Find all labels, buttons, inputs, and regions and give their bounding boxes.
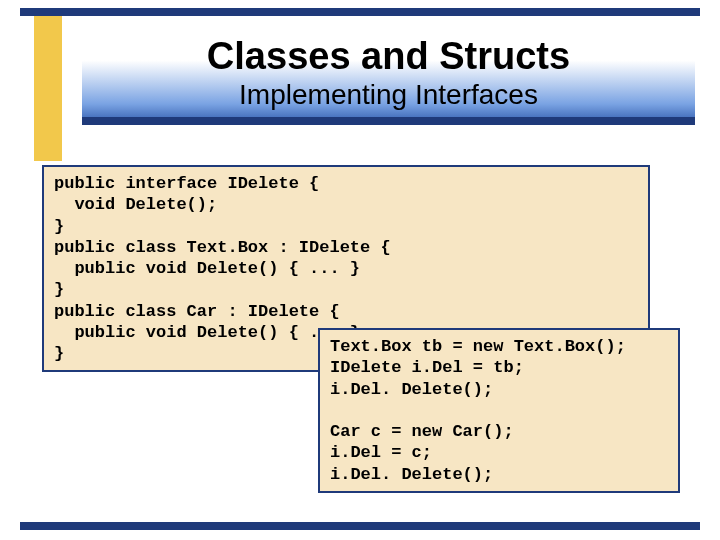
yellow-accent-strip [34, 16, 62, 161]
code-block-usage: Text.Box tb = new Text.Box(); IDelete i.… [318, 328, 680, 493]
slide-subtitle: Implementing Interfaces [94, 80, 683, 111]
bottom-accent-bar [20, 522, 700, 530]
title-block: Classes and Structs Implementing Interfa… [82, 30, 695, 125]
top-accent-bar [20, 8, 700, 16]
slide-title: Classes and Structs [94, 36, 683, 78]
